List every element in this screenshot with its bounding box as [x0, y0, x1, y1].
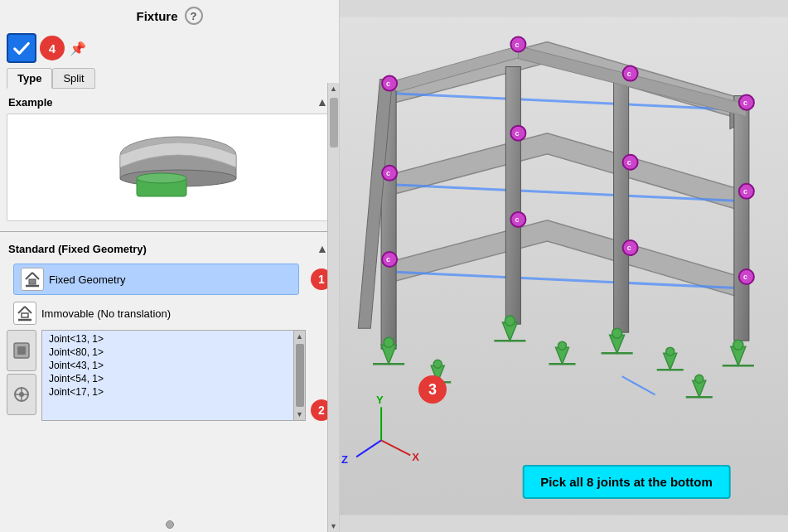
- joint-type-icon-1[interactable]: [7, 330, 36, 371]
- joints-list[interactable]: Joint<13, 1> Joint<80, 1> Joint<43, 1> J…: [42, 331, 293, 420]
- example-section-header: Example ▲: [0, 89, 339, 114]
- svg-text:c: c: [743, 99, 747, 107]
- svg-line-5: [26, 273, 32, 279]
- list-item[interactable]: Joint<17, 1>: [47, 385, 288, 399]
- right-panel: c c c c c c c c c c c c: [340, 0, 788, 532]
- svg-point-60: [384, 337, 394, 347]
- svg-text:c: c: [627, 70, 631, 78]
- scroll-up-arrow[interactable]: ▲: [296, 331, 303, 342]
- standard-label: Standard (Fixed Geometry): [8, 243, 147, 255]
- svg-line-9: [18, 307, 25, 313]
- svg-text:c: c: [386, 255, 390, 264]
- svg-point-72: [433, 360, 442, 368]
- list-item[interactable]: Joint<54, 1>: [47, 372, 288, 385]
- scroll-down-arrow[interactable]: ▼: [296, 409, 303, 420]
- svg-rect-11: [22, 313, 28, 317]
- svg-point-4: [137, 173, 186, 183]
- left-panel: Fixture ? 4 📌 Type Split Example ▲: [0, 0, 340, 532]
- svg-rect-28: [505, 67, 520, 325]
- panel-scroll-up[interactable]: ▲: [330, 83, 337, 94]
- svg-rect-30: [734, 96, 749, 341]
- svg-text:X: X: [412, 451, 419, 463]
- svg-text:c: c: [627, 244, 631, 252]
- tab-split[interactable]: Split: [52, 68, 94, 89]
- immovable-label: Immovable (No translation): [41, 307, 171, 320]
- scroll-thumb[interactable]: [296, 344, 304, 407]
- svg-line-6: [32, 273, 39, 279]
- svg-text:c: c: [386, 80, 390, 88]
- panel-header: Fixture ?: [0, 0, 339, 30]
- panel-scroll-indicator[interactable]: [166, 520, 174, 529]
- fixed-geometry-button[interactable]: Fixed Geometry: [13, 264, 299, 295]
- svg-text:c: c: [743, 273, 747, 281]
- joint-type-icon-2[interactable]: [7, 374, 36, 415]
- tooltip-box: Pick all 8 joints at the bottom: [522, 465, 731, 499]
- svg-point-81: [695, 375, 703, 383]
- svg-text:c: c: [743, 187, 747, 196]
- fixed-geometry-label: Fixed Geometry: [49, 273, 125, 286]
- svg-point-78: [666, 347, 674, 355]
- fixed-geometry-icon: [21, 268, 44, 291]
- list-item[interactable]: Joint<43, 1>: [47, 359, 288, 372]
- standard-section: Standard (Fixed Geometry) ▲ Fixed Geomet…: [0, 235, 339, 428]
- toolbar-row: 4 📌: [0, 30, 339, 66]
- svg-text:c: c: [515, 41, 519, 49]
- svg-rect-29: [614, 80, 629, 333]
- svg-text:c: c: [386, 169, 390, 177]
- step-3-badge: 3: [418, 375, 447, 404]
- svg-text:c: c: [515, 215, 519, 224]
- svg-text:Y: Y: [376, 394, 384, 406]
- svg-text:Z: Z: [341, 453, 348, 466]
- list-item[interactable]: Joint<13, 1>: [47, 332, 288, 346]
- immovable-button[interactable]: Immovable (No translation): [7, 298, 332, 328]
- list-item[interactable]: Joint<80, 1>: [47, 346, 288, 359]
- svg-point-75: [558, 341, 566, 350]
- svg-rect-7: [29, 279, 36, 284]
- panel-scroll-down[interactable]: ▼: [330, 520, 337, 532]
- help-icon[interactable]: ?: [185, 7, 203, 25]
- svg-text:c: c: [515, 129, 519, 138]
- 3d-viewport-svg: c c c c c c c c c c c c: [340, 0, 788, 532]
- pin-icon[interactable]: 📌: [68, 38, 88, 58]
- panel-scroll-thumb[interactable]: [330, 98, 338, 148]
- svg-point-63: [505, 316, 515, 326]
- svg-rect-14: [17, 346, 26, 355]
- example-label: Example: [8, 96, 52, 109]
- joints-scrollbar[interactable]: ▲ ▼: [293, 331, 305, 420]
- svg-point-66: [612, 328, 622, 338]
- panel-title: Fixture: [136, 9, 177, 23]
- standard-section-header: Standard (Fixed Geometry) ▲: [0, 235, 339, 260]
- confirm-button[interactable]: [7, 33, 36, 63]
- tabs-row: Type Split: [0, 66, 339, 89]
- step-4-badge: 4: [40, 36, 65, 60]
- example-illustration: [7, 114, 332, 221]
- svg-text:c: c: [627, 158, 631, 167]
- tab-type[interactable]: Type: [7, 68, 52, 89]
- svg-line-10: [25, 307, 31, 313]
- divider-1: [0, 231, 339, 232]
- panel-scrollbar[interactable]: ▲ ▼: [327, 83, 339, 532]
- immovable-icon: [13, 302, 36, 325]
- svg-point-69: [733, 340, 743, 350]
